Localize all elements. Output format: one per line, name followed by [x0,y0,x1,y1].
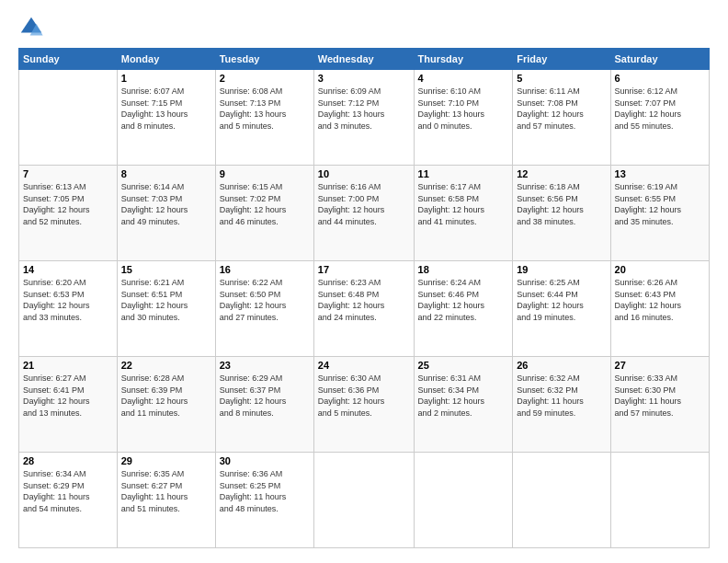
day-number: 11 [418,168,509,179]
column-header-wednesday: Wednesday [313,49,414,70]
calendar-cell: 30Sunrise: 6:36 AMSunset: 6:25 PMDayligh… [215,453,313,548]
day-info: Sunrise: 6:08 AMSunset: 7:13 PMDaylight:… [220,86,310,132]
calendar-week-1: 1Sunrise: 6:07 AMSunset: 7:15 PMDaylight… [19,70,710,166]
day-info: Sunrise: 6:07 AMSunset: 7:15 PMDaylight:… [121,86,211,132]
day-number: 15 [121,264,211,275]
calendar-cell: 13Sunrise: 6:19 AMSunset: 6:55 PMDayligh… [610,166,709,261]
day-number: 29 [121,455,211,466]
day-number: 22 [121,360,211,371]
calendar-week-5: 28Sunrise: 6:34 AMSunset: 6:29 PMDayligh… [19,453,710,548]
day-info: Sunrise: 6:19 AMSunset: 6:55 PMDaylight:… [615,181,705,227]
calendar-cell [313,453,414,548]
calendar-cell: 15Sunrise: 6:21 AMSunset: 6:51 PMDayligh… [117,261,215,357]
day-number: 24 [318,360,410,371]
calendar-cell: 8Sunrise: 6:14 AMSunset: 7:03 PMDaylight… [117,166,215,261]
calendar-cell: 17Sunrise: 6:23 AMSunset: 6:48 PMDayligh… [313,261,414,357]
day-info: Sunrise: 6:31 AMSunset: 6:34 PMDaylight:… [418,373,509,419]
day-number: 26 [517,360,606,371]
day-info: Sunrise: 6:26 AMSunset: 6:43 PMDaylight:… [615,277,705,323]
calendar-table: SundayMondayTuesdayWednesdayThursdayFrid… [18,48,710,548]
calendar-cell [19,70,118,166]
day-number: 7 [23,168,113,179]
day-info: Sunrise: 6:14 AMSunset: 7:03 PMDaylight:… [121,181,211,227]
calendar-cell: 29Sunrise: 6:35 AMSunset: 6:27 PMDayligh… [117,453,215,548]
calendar-cell: 11Sunrise: 6:17 AMSunset: 6:58 PMDayligh… [414,166,513,261]
day-number: 14 [23,264,113,275]
day-number: 9 [220,168,310,179]
day-info: Sunrise: 6:24 AMSunset: 6:46 PMDaylight:… [418,277,509,323]
day-info: Sunrise: 6:35 AMSunset: 6:27 PMDaylight:… [121,468,211,514]
calendar-header-row: SundayMondayTuesdayWednesdayThursdayFrid… [19,49,710,70]
day-info: Sunrise: 6:10 AMSunset: 7:10 PMDaylight:… [418,86,509,132]
calendar-cell: 25Sunrise: 6:31 AMSunset: 6:34 PMDayligh… [414,357,513,453]
day-info: Sunrise: 6:15 AMSunset: 7:02 PMDaylight:… [220,181,310,227]
calendar-cell: 3Sunrise: 6:09 AMSunset: 7:12 PMDaylight… [313,70,414,166]
day-number: 1 [121,73,211,84]
day-number: 16 [220,264,310,275]
column-header-tuesday: Tuesday [215,49,313,70]
day-info: Sunrise: 6:29 AMSunset: 6:37 PMDaylight:… [220,373,310,419]
day-number: 23 [220,360,310,371]
day-info: Sunrise: 6:09 AMSunset: 7:12 PMDaylight:… [318,86,410,132]
day-number: 5 [517,73,606,84]
day-number: 8 [121,168,211,179]
day-info: Sunrise: 6:34 AMSunset: 6:29 PMDaylight:… [23,468,113,514]
calendar-cell: 7Sunrise: 6:13 AMSunset: 7:05 PMDaylight… [19,166,118,261]
calendar-cell: 4Sunrise: 6:10 AMSunset: 7:10 PMDaylight… [414,70,513,166]
calendar-cell: 20Sunrise: 6:26 AMSunset: 6:43 PMDayligh… [610,261,709,357]
calendar-cell: 9Sunrise: 6:15 AMSunset: 7:02 PMDaylight… [215,166,313,261]
day-info: Sunrise: 6:18 AMSunset: 6:56 PMDaylight:… [517,181,606,227]
header [18,15,710,40]
calendar-cell: 5Sunrise: 6:11 AMSunset: 7:08 PMDaylight… [513,70,610,166]
day-info: Sunrise: 6:28 AMSunset: 6:39 PMDaylight:… [121,373,211,419]
calendar-cell: 26Sunrise: 6:32 AMSunset: 6:32 PMDayligh… [513,357,610,453]
calendar-week-4: 21Sunrise: 6:27 AMSunset: 6:41 PMDayligh… [19,357,710,453]
calendar-cell: 2Sunrise: 6:08 AMSunset: 7:13 PMDaylight… [215,70,313,166]
day-info: Sunrise: 6:32 AMSunset: 6:32 PMDaylight:… [517,373,606,419]
calendar-cell: 23Sunrise: 6:29 AMSunset: 6:37 PMDayligh… [215,357,313,453]
day-info: Sunrise: 6:22 AMSunset: 6:50 PMDaylight:… [220,277,310,323]
day-info: Sunrise: 6:11 AMSunset: 7:08 PMDaylight:… [517,86,606,132]
calendar-cell: 6Sunrise: 6:12 AMSunset: 7:07 PMDaylight… [610,70,709,166]
day-number: 12 [517,168,606,179]
day-info: Sunrise: 6:12 AMSunset: 7:07 PMDaylight:… [615,86,705,132]
calendar-cell: 19Sunrise: 6:25 AMSunset: 6:44 PMDayligh… [513,261,610,357]
day-info: Sunrise: 6:23 AMSunset: 6:48 PMDaylight:… [318,277,410,323]
calendar-cell [513,453,610,548]
calendar-cell: 27Sunrise: 6:33 AMSunset: 6:30 PMDayligh… [610,357,709,453]
day-number: 10 [318,168,410,179]
day-info: Sunrise: 6:25 AMSunset: 6:44 PMDaylight:… [517,277,606,323]
column-header-sunday: Sunday [19,49,118,70]
calendar-cell: 10Sunrise: 6:16 AMSunset: 7:00 PMDayligh… [313,166,414,261]
day-info: Sunrise: 6:17 AMSunset: 6:58 PMDaylight:… [418,181,509,227]
calendar-cell [414,453,513,548]
calendar-cell: 1Sunrise: 6:07 AMSunset: 7:15 PMDaylight… [117,70,215,166]
day-number: 2 [220,73,310,84]
day-number: 27 [615,360,705,371]
calendar-cell: 28Sunrise: 6:34 AMSunset: 6:29 PMDayligh… [19,453,118,548]
column-header-monday: Monday [117,49,215,70]
calendar-cell: 18Sunrise: 6:24 AMSunset: 6:46 PMDayligh… [414,261,513,357]
day-number: 19 [517,264,606,275]
page: SundayMondayTuesdayWednesdayThursdayFrid… [0,0,728,563]
day-info: Sunrise: 6:36 AMSunset: 6:25 PMDaylight:… [220,468,310,514]
calendar-cell: 22Sunrise: 6:28 AMSunset: 6:39 PMDayligh… [117,357,215,453]
day-info: Sunrise: 6:20 AMSunset: 6:53 PMDaylight:… [23,277,113,323]
day-number: 21 [23,360,113,371]
day-number: 3 [318,73,410,84]
day-number: 28 [23,455,113,466]
day-number: 6 [615,73,705,84]
column-header-saturday: Saturday [610,49,709,70]
calendar-cell: 12Sunrise: 6:18 AMSunset: 6:56 PMDayligh… [513,166,610,261]
day-number: 13 [615,168,705,179]
day-number: 4 [418,73,509,84]
day-info: Sunrise: 6:13 AMSunset: 7:05 PMDaylight:… [23,181,113,227]
day-number: 20 [615,264,705,275]
day-number: 17 [318,264,410,275]
calendar-cell: 14Sunrise: 6:20 AMSunset: 6:53 PMDayligh… [19,261,118,357]
calendar-cell: 21Sunrise: 6:27 AMSunset: 6:41 PMDayligh… [19,357,118,453]
day-number: 25 [418,360,509,371]
calendar-week-3: 14Sunrise: 6:20 AMSunset: 6:53 PMDayligh… [19,261,710,357]
day-info: Sunrise: 6:30 AMSunset: 6:36 PMDaylight:… [318,373,410,419]
calendar-cell: 16Sunrise: 6:22 AMSunset: 6:50 PMDayligh… [215,261,313,357]
